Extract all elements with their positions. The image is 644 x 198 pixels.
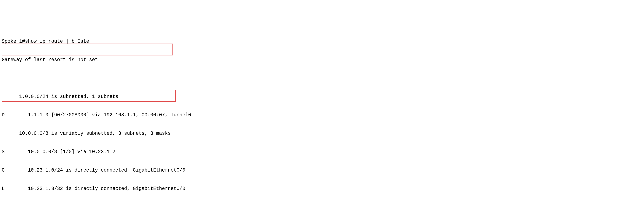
command-line: Spoke_1#show ip route | b Gate [2,39,642,45]
route-line: L 10.23.1.3/32 is directly connected, Gi… [2,186,642,192]
gateway-line: Gateway of last resort is not set [2,57,642,63]
blank-line [2,75,642,81]
terminal-output[interactable]: Spoke_1#show ip route | b Gate Gateway o… [2,26,642,198]
route-line: S 10.0.0.0/8 [1/0] via 10.23.1.2 [2,149,642,155]
route-line: 10.0.0.0/8 is variably subnetted, 3 subn… [2,130,642,137]
route-line: D 1.1.1.0 [90/27008000] via 192.168.1.1,… [2,112,642,118]
route-line: C 10.23.1.0/24 is directly connected, Gi… [2,167,642,173]
route-line: 1.0.0.0/24 is subnetted, 1 subnets [2,94,642,100]
highlight-box-1 [2,44,173,55]
